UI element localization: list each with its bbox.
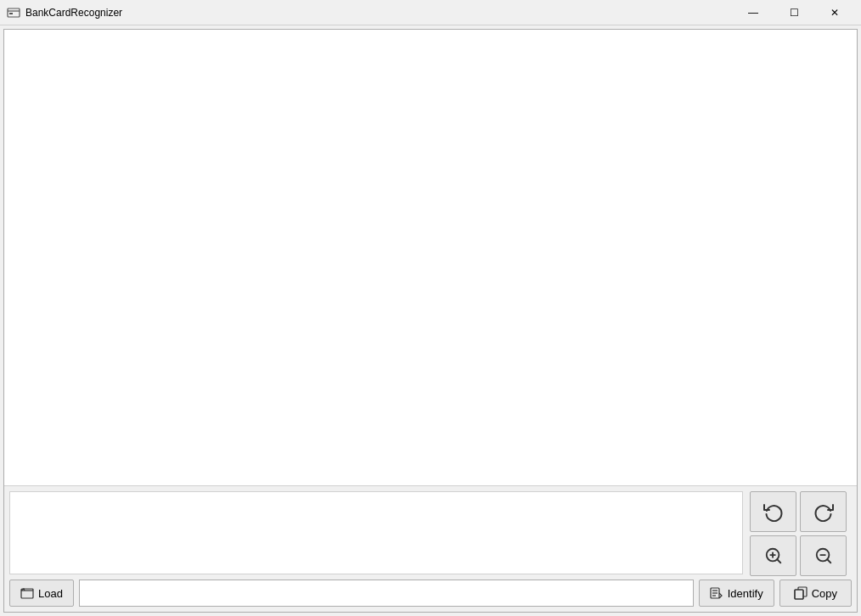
text-output[interactable] [9,491,743,574]
right-controls [746,486,857,578]
controls-row [4,486,857,578]
load-button[interactable]: Load [9,580,74,607]
title-bar-left: BankCardRecognizer [7,6,122,20]
svg-rect-17 [795,590,803,599]
zoom-in-button[interactable] [750,535,796,576]
action-row: Load Identify Copy [4,578,857,612]
result-input[interactable] [79,580,694,607]
rotate-ccw-button[interactable] [750,491,796,532]
title-bar-controls: — ☐ ✕ [734,0,854,25]
close-button[interactable]: ✕ [815,0,854,25]
identify-button[interactable]: Identify [699,580,774,607]
main-window: Load Identify Copy [3,29,858,613]
svg-line-4 [777,559,780,563]
rotate-buttons-row [750,491,852,532]
copy-button-label: Copy [812,587,837,600]
load-button-label: Load [38,587,63,600]
svg-rect-2 [9,13,13,14]
rotate-cw-button[interactable] [800,491,847,532]
app-icon [7,6,20,20]
app-title: BankCardRecognizer [25,7,122,19]
zoom-buttons-row [750,535,852,576]
identify-button-label: Identify [728,587,763,600]
bottom-panel: Load Identify Copy [4,486,857,612]
svg-line-8 [827,559,830,563]
copy-button[interactable]: Copy [779,580,852,607]
maximize-button[interactable]: ☐ [774,0,813,25]
title-bar: BankCardRecognizer — ☐ ✕ [0,0,861,25]
image-display-area [4,30,857,486]
zoom-out-button[interactable] [800,535,847,576]
minimize-button[interactable]: — [734,0,773,25]
